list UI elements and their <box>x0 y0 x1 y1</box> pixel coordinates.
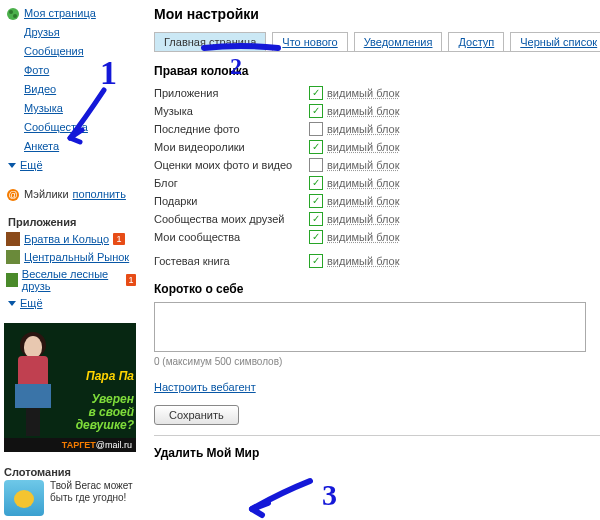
settings-row-guestbook: Гостевая книга ✓ видимый блок <box>154 252 600 270</box>
row-label: Мои видеоролики <box>154 139 309 155</box>
visibility-label[interactable]: видимый блок <box>327 211 400 227</box>
settings-row: Сообщества моих друзей✓видимый блок <box>154 210 600 228</box>
app-item[interactable]: Веселые лесные друзь1 <box>4 266 136 294</box>
checkbox[interactable]: ✓ <box>309 254 323 268</box>
settings-row: Приложения✓видимый блок <box>154 84 600 102</box>
visibility-label[interactable]: видимый блок <box>327 157 400 173</box>
app-item[interactable]: Центральный Рынок <box>4 248 136 266</box>
slot-title: Слотомания <box>4 464 136 480</box>
slot-icon <box>4 480 44 516</box>
checkbox[interactable]: ✓ <box>309 86 323 100</box>
svg-point-2 <box>13 14 17 18</box>
checkbox[interactable]: ✓ <box>309 176 323 190</box>
nav-music[interactable]: Музыка <box>4 99 136 118</box>
checkbox[interactable]: ✓ <box>309 230 323 244</box>
settings-row: Музыка✓видимый блок <box>154 102 600 120</box>
row-label: Блог <box>154 175 309 191</box>
settings-row: Подарки✓видимый блок <box>154 192 600 210</box>
app-icon <box>6 250 20 264</box>
about-textarea[interactable] <box>154 302 586 352</box>
tab-blacklist[interactable]: Черный список <box>510 32 600 51</box>
divider <box>154 435 600 436</box>
sidebar: Моя страница Друзья Сообщения Фото Видео… <box>0 0 140 516</box>
visibility-label[interactable]: видимый блок <box>327 103 400 119</box>
row-label: Приложения <box>154 85 309 101</box>
app-icon <box>6 273 18 287</box>
nav-communities[interactable]: Сообщества <box>4 118 136 137</box>
tab-main[interactable]: Главная страница <box>154 32 266 51</box>
section-about: Коротко о себе <box>154 282 600 296</box>
checkbox[interactable]: ✓ <box>309 158 323 172</box>
checkbox[interactable]: ✓ <box>309 212 323 226</box>
checkbox[interactable]: ✓ <box>309 194 323 208</box>
nav-my-page[interactable]: Моя страница <box>4 4 136 23</box>
section-right-column: Правая колонка <box>154 64 600 78</box>
row-label: Музыка <box>154 103 309 119</box>
nav-photo[interactable]: Фото <box>4 61 136 80</box>
nav-video[interactable]: Видео <box>4 80 136 99</box>
visibility-label[interactable]: видимый блок <box>327 229 400 245</box>
promo-logo: Пара Па <box>66 369 134 383</box>
row-label: Последние фото <box>154 121 309 137</box>
section-delete: Удалить Мой Мир <box>154 446 600 460</box>
checkbox[interactable]: ✓ <box>309 104 323 118</box>
row-label: Подарки <box>154 193 309 209</box>
svg-text:@: @ <box>8 190 17 200</box>
visibility-label[interactable]: видимый блок <box>327 121 400 137</box>
tabs: Главная страница Что нового Уведомления … <box>154 32 600 52</box>
tab-news[interactable]: Что нового <box>272 32 347 51</box>
badge-icon: 1 <box>113 233 125 245</box>
nav-profile[interactable]: Анкета <box>4 137 136 156</box>
checkbox[interactable]: ✓ <box>309 122 323 136</box>
settings-row: Мои сообщества✓видимый блок <box>154 228 600 246</box>
tab-access[interactable]: Доступ <box>448 32 504 51</box>
mailiki-row: @ Мэйлики пополнить <box>4 185 136 204</box>
promo-banner[interactable]: Пара Па Уверен в своей девушке? ТАРГЕТ@m… <box>4 323 136 452</box>
promo-text: Уверен в своей девушке? <box>66 393 134 432</box>
mailiki-label: Мэйлики <box>24 187 69 202</box>
settings-row: Последние фото✓видимый блок <box>154 120 600 138</box>
nav-messages[interactable]: Сообщения <box>4 42 136 61</box>
settings-row: Оценки моих фото и видео✓видимый блок <box>154 156 600 174</box>
mailiki-topup[interactable]: пополнить <box>73 187 126 202</box>
avatar-icon <box>8 330 60 438</box>
badge-icon: 1 <box>126 274 136 286</box>
chevron-down-icon <box>8 163 16 168</box>
nav-friends[interactable]: Друзья <box>4 23 136 42</box>
about-hint: 0 (максимум 500 символов) <box>154 356 600 367</box>
row-label: Оценки моих фото и видео <box>154 157 309 173</box>
apps-heading: Приложения <box>4 214 136 230</box>
webagent-link[interactable]: Настроить вебагент <box>154 381 256 393</box>
visibility-label[interactable]: видимый блок <box>327 175 400 191</box>
apps-more[interactable]: Ещё <box>4 294 136 313</box>
mailiki-icon: @ <box>6 188 20 202</box>
app-icon <box>6 232 20 246</box>
tab-notifications[interactable]: Уведомления <box>354 32 443 51</box>
settings-row: Блог✓видимый блок <box>154 174 600 192</box>
svg-point-0 <box>7 8 19 20</box>
settings-row: Мои видеоролики✓видимый блок <box>154 138 600 156</box>
main-content: Мои настройки Главная страница Что новог… <box>140 0 600 516</box>
app-item[interactable]: Братва и Кольцо1 <box>4 230 136 248</box>
save-button[interactable]: Сохранить <box>154 405 239 425</box>
visibility-label[interactable]: видимый блок <box>327 193 400 209</box>
visibility-label[interactable]: видимый блок <box>327 85 400 101</box>
visibility-label[interactable]: видимый блок <box>327 139 400 155</box>
globe-icon <box>6 7 20 21</box>
visibility-label[interactable]: видимый блок <box>327 253 400 269</box>
nav-more[interactable]: Ещё <box>4 156 136 175</box>
chevron-down-icon <box>8 301 16 306</box>
page-title: Мои настройки <box>154 6 600 22</box>
row-label: Сообщества моих друзей <box>154 211 309 227</box>
slot-text: Твой Вегас может быть где угодно! <box>50 480 134 504</box>
row-label: Гостевая книга <box>154 253 309 269</box>
svg-point-1 <box>9 10 13 14</box>
checkbox[interactable]: ✓ <box>309 140 323 154</box>
row-label: Мои сообщества <box>154 229 309 245</box>
promo-tag: ТАРГЕТ@mail.ru <box>4 438 136 452</box>
slot-promo[interactable]: Слотомания Твой Вегас может быть где уго… <box>4 464 136 516</box>
